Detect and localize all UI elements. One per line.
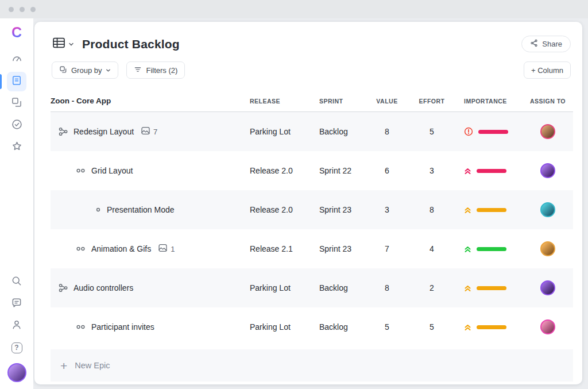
- group-title[interactable]: Zoon - Core App: [51, 97, 250, 105]
- task-name-cell[interactable]: Presentation Mode: [51, 205, 250, 214]
- sidebar-item-dashboard[interactable]: [7, 50, 26, 70]
- table-row[interactable]: Grid Layout Release 2.0 Sprint 22 6 3: [51, 151, 573, 190]
- assignee-cell[interactable]: [523, 241, 573, 256]
- value-cell[interactable]: 5: [369, 322, 405, 332]
- plus-icon: +: [60, 360, 67, 372]
- column-header-importance[interactable]: IMPORTANCE: [458, 98, 523, 105]
- effort-cell[interactable]: 4: [405, 244, 458, 253]
- window-zoom-button[interactable]: [30, 7, 36, 12]
- task-name-cell[interactable]: Redesign Layout 7: [51, 126, 250, 137]
- sidebar-item-goals[interactable]: [7, 115, 26, 135]
- effort-cell[interactable]: 2: [405, 283, 458, 292]
- help-button[interactable]: ?: [7, 338, 26, 357]
- spaces-icon: [11, 97, 22, 110]
- profile-button[interactable]: [7, 316, 26, 336]
- table-row[interactable]: Audio controllers Parking Lot Backlog 8 …: [51, 268, 573, 307]
- sprint-cell[interactable]: Sprint 23: [319, 244, 369, 253]
- release-cell[interactable]: Release 2.1: [250, 244, 319, 253]
- sprint-cell[interactable]: Sprint 23: [319, 205, 369, 214]
- share-label: Share: [542, 40, 562, 48]
- effort-cell[interactable]: 5: [405, 322, 458, 332]
- table-row[interactable]: Redesign Layout 7 Parking Lot Backlog 8 …: [51, 112, 573, 151]
- effort-cell[interactable]: 8: [405, 205, 458, 214]
- user-icon: [11, 319, 22, 333]
- assignee-avatar[interactable]: [540, 241, 555, 256]
- app-logo[interactable]: C: [11, 24, 22, 41]
- importance-cell[interactable]: [458, 245, 523, 253]
- task-name-cell[interactable]: Participant invites: [51, 322, 250, 332]
- sidebar-item-favorites[interactable]: [7, 137, 26, 157]
- assignee-avatar[interactable]: [540, 202, 555, 217]
- assignee-cell[interactable]: [523, 202, 573, 217]
- importance-cell[interactable]: [458, 127, 523, 136]
- importance-cell[interactable]: [458, 206, 523, 214]
- value-cell[interactable]: 8: [369, 283, 405, 292]
- task-name-cell[interactable]: Animation & Gifs 1: [51, 244, 250, 254]
- attachment-count: 1: [171, 245, 175, 253]
- column-header-assign-to[interactable]: ASSIGN TO: [523, 98, 573, 105]
- view-switcher[interactable]: [52, 36, 74, 52]
- filters-button[interactable]: Filters (2): [126, 61, 185, 79]
- gauge-icon: [11, 53, 23, 67]
- release-cell[interactable]: Release 2.0: [250, 166, 319, 175]
- window-minimize-button[interactable]: [20, 7, 25, 12]
- importance-cell[interactable]: [458, 284, 523, 292]
- sidebar-item-views[interactable]: [7, 72, 26, 91]
- epic-icon: [59, 127, 68, 136]
- task-name-cell[interactable]: Grid Layout: [51, 166, 250, 175]
- assignee-avatar[interactable]: [540, 319, 555, 334]
- assignee-avatar[interactable]: [540, 163, 555, 178]
- release-cell[interactable]: Parking Lot: [250, 127, 319, 136]
- column-header-value[interactable]: VALUE: [369, 98, 405, 105]
- task-name-cell[interactable]: Audio controllers: [51, 283, 250, 292]
- importance-cell[interactable]: [458, 167, 523, 175]
- value-cell[interactable]: 6: [369, 166, 405, 175]
- table-row[interactable]: Animation & Gifs 1 Release 2.1 Sprint 23…: [51, 229, 573, 268]
- share-icon: [530, 39, 538, 49]
- sprint-cell[interactable]: Backlog: [319, 283, 369, 292]
- table-view-icon: [52, 36, 66, 52]
- search-button[interactable]: [7, 272, 26, 292]
- value-cell[interactable]: 8: [369, 127, 405, 136]
- chevrons-up-icon: [464, 167, 471, 175]
- table-row[interactable]: Participant invites Parking Lot Backlog …: [51, 307, 573, 346]
- assignee-avatar[interactable]: [540, 124, 555, 139]
- release-cell[interactable]: Release 2.0: [250, 205, 319, 214]
- effort-cell[interactable]: 5: [405, 127, 458, 136]
- value-cell[interactable]: 3: [369, 205, 405, 214]
- importance-bar: [477, 325, 506, 329]
- notepad-icon: [11, 75, 22, 88]
- chevron-down-icon: [106, 66, 111, 75]
- task-name: Grid Layout: [91, 166, 133, 175]
- release-cell[interactable]: Parking Lot: [250, 283, 319, 292]
- window-close-button[interactable]: [9, 7, 14, 12]
- assignee-cell[interactable]: [523, 163, 573, 178]
- effort-cell[interactable]: 3: [405, 166, 458, 175]
- column-header-sprint[interactable]: SPRINT: [319, 98, 369, 105]
- story-icon: [76, 324, 86, 330]
- value-cell[interactable]: 7: [369, 244, 405, 253]
- release-cell[interactable]: Parking Lot: [250, 322, 319, 332]
- sprint-cell[interactable]: Backlog: [319, 127, 369, 136]
- attachment-count: 7: [153, 128, 157, 136]
- comments-button[interactable]: [7, 294, 26, 314]
- assignee-cell[interactable]: [523, 280, 573, 295]
- share-button[interactable]: Share: [521, 36, 571, 52]
- new-epic-button[interactable]: + New Epic: [51, 349, 573, 382]
- table-row[interactable]: Presentation Mode Release 2.0 Sprint 23 …: [51, 190, 573, 229]
- column-header-release[interactable]: RELEASE: [250, 98, 319, 105]
- sidebar: C: [0, 18, 33, 389]
- sidebar-item-spaces[interactable]: [7, 94, 26, 113]
- add-column-button[interactable]: + Column: [524, 61, 571, 79]
- importance-cell[interactable]: [458, 323, 523, 331]
- user-avatar[interactable]: [7, 363, 26, 382]
- sprint-cell[interactable]: Backlog: [319, 322, 369, 332]
- assignee-cell[interactable]: [523, 124, 573, 139]
- active-item-indicator: [0, 74, 2, 89]
- assignee-avatar[interactable]: [540, 280, 555, 295]
- group-by-button[interactable]: Group by: [52, 61, 118, 79]
- assignee-cell[interactable]: [523, 319, 573, 334]
- task-name: Participant invites: [91, 322, 154, 332]
- column-header-effort[interactable]: EFFORT: [405, 98, 458, 105]
- sprint-cell[interactable]: Sprint 22: [319, 166, 369, 175]
